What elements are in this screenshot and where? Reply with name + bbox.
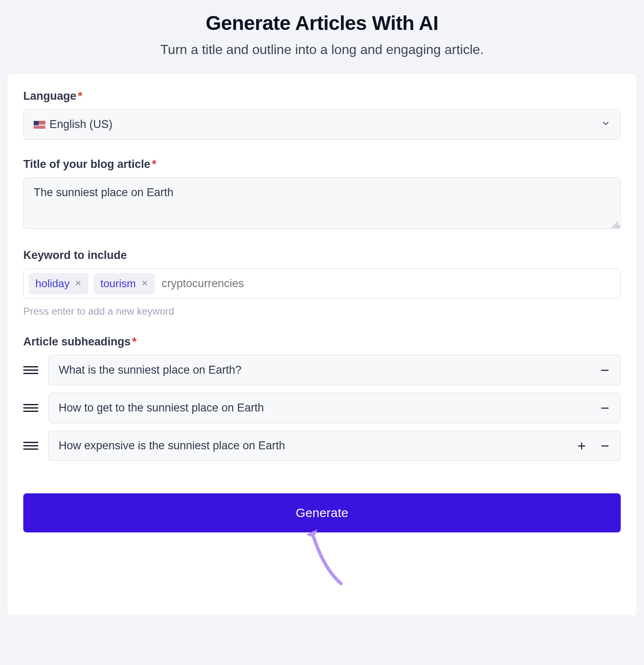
language-select[interactable]: English (US) xyxy=(23,109,621,140)
subheading-input[interactable]: How to get to the sunniest place on Eart… xyxy=(48,393,621,423)
page-header: Generate Articles With AI Turn a title a… xyxy=(0,0,644,74)
flag-us-icon xyxy=(34,121,45,128)
keyword-tag: tourism xyxy=(94,273,155,294)
language-label-text: Language xyxy=(23,90,76,102)
required-asterisk: * xyxy=(78,90,83,102)
subheading-input[interactable]: What is the sunniest place on Earth? xyxy=(48,355,621,385)
subheadings-label: Article subheadings* xyxy=(23,335,621,348)
language-label: Language* xyxy=(23,90,621,103)
keywords-hint: Press enter to add a new keyword xyxy=(23,305,621,317)
drag-handle-icon[interactable] xyxy=(23,442,38,450)
remove-subheading-icon[interactable] xyxy=(600,403,610,414)
required-asterisk: * xyxy=(152,158,157,170)
language-value: English (US) xyxy=(49,118,113,131)
keywords-field: Keyword to include holidaytourism Press … xyxy=(23,249,621,317)
subheadings-label-text: Article subheadings xyxy=(23,335,131,348)
subheading-row: How expensive is the sunniest place on E… xyxy=(23,431,621,461)
title-label: Title of your blog article* xyxy=(23,158,621,171)
keywords-text-input[interactable] xyxy=(160,274,615,293)
keywords-label: Keyword to include xyxy=(23,249,621,262)
keyword-tag-text: holiday xyxy=(35,277,69,290)
remove-tag-icon[interactable] xyxy=(74,278,82,289)
keyword-tag: holiday xyxy=(29,273,89,294)
title-label-text: Title of your blog article xyxy=(23,158,151,170)
subheading-text: What is the sunniest place on Earth? xyxy=(59,364,242,377)
subheading-row: How to get to the sunniest place on Eart… xyxy=(23,393,621,423)
keywords-input[interactable]: holidaytourism xyxy=(23,268,621,299)
title-field: Title of your blog article* xyxy=(23,158,621,231)
keyword-tag-text: tourism xyxy=(100,277,136,290)
remove-subheading-icon[interactable] xyxy=(600,441,610,451)
subheadings-field: Article subheadings* What is the sunnies… xyxy=(23,335,621,461)
subheading-text: How to get to the sunniest place on Eart… xyxy=(59,401,264,414)
remove-tag-icon[interactable] xyxy=(141,278,148,289)
subheading-input[interactable]: How expensive is the sunniest place on E… xyxy=(48,431,621,461)
drag-handle-icon[interactable] xyxy=(23,366,38,374)
title-textarea[interactable] xyxy=(23,177,621,229)
form-card: Language* English (US) Title of your blo… xyxy=(7,74,637,616)
page-title: Generate Articles With AI xyxy=(8,12,636,34)
drag-handle-icon[interactable] xyxy=(23,404,38,412)
remove-subheading-icon[interactable] xyxy=(600,365,610,376)
language-field: Language* English (US) xyxy=(23,90,621,140)
subheading-row: What is the sunniest place on Earth? xyxy=(23,355,621,385)
cursor-arrow-annotation xyxy=(23,532,621,591)
add-subheading-icon[interactable] xyxy=(576,441,587,451)
required-asterisk: * xyxy=(132,335,137,348)
subheading-text: How expensive is the sunniest place on E… xyxy=(59,439,285,452)
chevron-down-icon xyxy=(601,118,610,131)
page-subtitle: Turn a title and outline into a long and… xyxy=(8,42,636,57)
